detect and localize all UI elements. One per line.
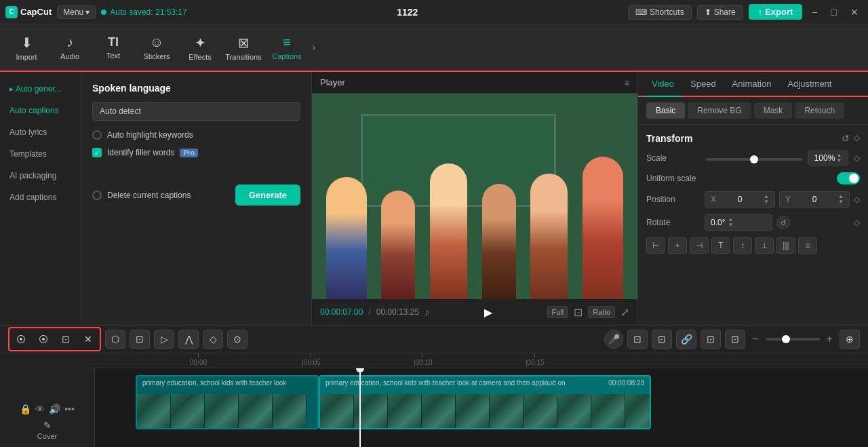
- app-name: CapCut: [20, 7, 52, 17]
- sub-tab-mask[interactable]: Mask: [754, 102, 793, 119]
- rotate-keyframe-icon[interactable]: ◇: [854, 218, 860, 227]
- highlight-keywords-radio[interactable]: [92, 130, 102, 140]
- y-down-btn[interactable]: ▼: [838, 199, 844, 205]
- ruler-marks-container: 00:00 |00:05 |00:10 |00:15: [190, 353, 868, 368]
- generate-button[interactable]: Generate: [235, 184, 300, 206]
- filler-words-checkbox[interactable]: ✓: [92, 148, 102, 157]
- split-tool-2[interactable]: ⦿: [33, 330, 54, 349]
- more-icon[interactable]: •••: [64, 404, 75, 414]
- tab-video[interactable]: Video: [644, 72, 682, 97]
- full-view-button[interactable]: Full: [547, 306, 569, 318]
- keyframe-diamond-icon[interactable]: ◇: [854, 133, 860, 144]
- reset-icon[interactable]: ↺: [842, 133, 850, 144]
- y-value: 0: [793, 195, 835, 204]
- rotate-reset-btn[interactable]: ↺: [776, 216, 790, 229]
- rotate-btn[interactable]: ▷: [154, 330, 174, 349]
- align-bottom-btn[interactable]: ⊥: [755, 237, 774, 254]
- video-clip-1[interactable]: primary education, school kids with teac…: [136, 375, 319, 429]
- playhead[interactable]: [359, 368, 361, 447]
- y-stepper: ▲ ▼: [838, 194, 844, 205]
- fit-timeline-btn[interactable]: ⊕: [840, 330, 860, 349]
- person-5: [530, 174, 568, 299]
- person-6: [583, 157, 623, 299]
- distribute-v-btn[interactable]: ≡: [798, 237, 817, 254]
- mask-btn[interactable]: ◇: [203, 330, 223, 349]
- mirror-btn[interactable]: ⊡: [130, 330, 150, 349]
- fullscreen-icon[interactable]: ⤢: [620, 306, 629, 319]
- sidebar-item-auto-generate[interactable]: ▸ Auto gener...: [3, 79, 78, 99]
- zoom-slider[interactable]: [766, 338, 820, 341]
- cover-label[interactable]: Cover: [37, 432, 57, 440]
- volume-icon[interactable]: 🔊: [49, 404, 60, 414]
- tl-tool-link[interactable]: 🔗: [676, 330, 696, 349]
- language-dropdown[interactable]: Auto detect English Chinese Spanish: [92, 102, 300, 121]
- rotate-down-btn[interactable]: ▼: [728, 222, 733, 228]
- delete-captions-checkbox[interactable]: [92, 191, 102, 200]
- record-audio-btn[interactable]: 🎤: [604, 330, 623, 349]
- zoom-in-icon[interactable]: +: [824, 333, 835, 345]
- ratio-button[interactable]: Ratio: [588, 306, 615, 318]
- tl-tool-1[interactable]: ⊡: [627, 330, 648, 349]
- zoom-out-icon[interactable]: −: [749, 333, 761, 345]
- split-tool-3[interactable]: ⊡: [56, 330, 76, 349]
- tl-tool-2[interactable]: ⊡: [652, 330, 672, 349]
- split-tool-delete[interactable]: ✕: [78, 330, 98, 349]
- uniform-scale-toggle[interactable]: [837, 172, 860, 184]
- tab-animation[interactable]: Animation: [724, 72, 780, 97]
- close-button[interactable]: ✕: [846, 7, 863, 18]
- position-keyframe-icon[interactable]: ◇: [854, 195, 860, 204]
- flip-btn[interactable]: ⋀: [178, 330, 199, 349]
- scale-keyframe-icon[interactable]: ◇: [854, 153, 860, 163]
- sidebar-item-auto-captions[interactable]: Auto captions: [3, 100, 78, 121]
- thumb-6: [320, 394, 354, 428]
- adjust-btn[interactable]: ⊙: [227, 330, 248, 349]
- sidebar-item-auto-lyrics[interactable]: Auto lyrics: [3, 122, 78, 142]
- stickers-tool[interactable]: ☺ Stickers: [136, 26, 178, 69]
- top-bar: C CapCut Menu ▾ Auto saved: 21:53:17 112…: [0, 0, 868, 24]
- eye-icon[interactable]: 👁: [35, 404, 45, 414]
- import-tool[interactable]: ⬇ Import: [5, 26, 47, 69]
- distribute-h-btn[interactable]: |||: [776, 237, 795, 254]
- fit-icon[interactable]: ⊡: [574, 306, 583, 319]
- align-right-btn[interactable]: ⊣: [690, 237, 709, 254]
- text-tool[interactable]: TI Text: [92, 26, 134, 69]
- music-icon: ♪: [425, 307, 429, 317]
- sub-tab-basic[interactable]: Basic: [646, 102, 685, 119]
- minimize-button[interactable]: −: [808, 7, 821, 18]
- export-button[interactable]: ↑ Export: [749, 4, 803, 20]
- tab-speed[interactable]: Speed: [682, 72, 724, 97]
- split-tool-1[interactable]: ⦿: [11, 330, 31, 349]
- captions-tool[interactable]: ≡ Captions: [266, 26, 308, 69]
- effects-tool[interactable]: ✦ Effects: [179, 26, 221, 69]
- sub-tab-retouch[interactable]: Retouch: [795, 102, 844, 119]
- align-center-h-btn[interactable]: +: [668, 237, 687, 254]
- tl-tool-4[interactable]: ⊡: [725, 330, 745, 349]
- video-clip-2[interactable]: primary education, school kids with teac…: [319, 375, 651, 429]
- x-down-btn[interactable]: ▼: [764, 199, 769, 205]
- scale-down-btn[interactable]: ▼: [836, 158, 842, 163]
- tl-tool-3[interactable]: ⊡: [701, 330, 721, 349]
- audio-tool[interactable]: ♪ Audio: [49, 26, 91, 69]
- delete-captions-row: Delete current captions Generate: [92, 184, 300, 206]
- lock-icon[interactable]: 🔒: [20, 404, 31, 414]
- share-button[interactable]: ⬆ Share: [697, 5, 743, 20]
- sidebar-item-add-captions[interactable]: Add captions: [3, 187, 78, 208]
- cover-edit-icon[interactable]: ✎: [43, 420, 52, 431]
- crop-btn[interactable]: ⬡: [105, 330, 125, 349]
- scale-slider[interactable]: [706, 158, 802, 161]
- maximize-button[interactable]: □: [827, 7, 841, 18]
- align-top-btn[interactable]: T: [711, 237, 730, 254]
- sidebar-item-ai-packaging[interactable]: AI packaging: [3, 166, 78, 186]
- align-left-btn[interactable]: ⊢: [646, 237, 665, 254]
- shortcuts-button[interactable]: ⌨ Shortcuts: [628, 5, 692, 20]
- tab-adjustment[interactable]: Adjustment: [779, 72, 840, 97]
- sidebar-item-templates[interactable]: Templates: [3, 144, 78, 164]
- highlight-keywords-option: Auto highlight keywords: [92, 130, 300, 140]
- play-button[interactable]: ▶: [484, 306, 492, 319]
- sub-tab-remove-bg[interactable]: Remove BG: [688, 102, 751, 119]
- player-menu-icon[interactable]: ≡: [625, 78, 629, 88]
- more-tools-icon[interactable]: ›: [309, 41, 318, 54]
- transitions-tool[interactable]: ⊠ Transitions: [222, 26, 264, 69]
- menu-button[interactable]: Menu ▾: [57, 5, 96, 19]
- align-center-v-btn[interactable]: ↕: [733, 237, 752, 254]
